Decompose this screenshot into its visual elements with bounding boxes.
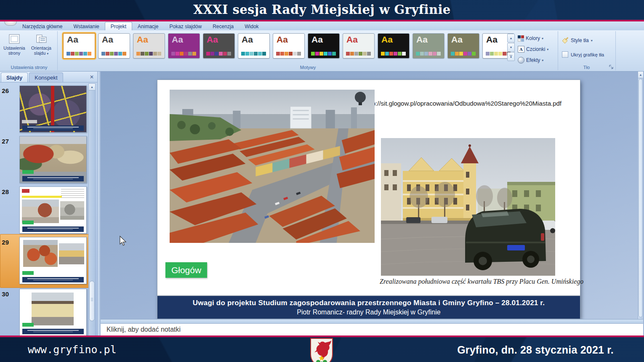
slides-pane: Slajdy Konspekt ✕ 26 27 28: [0, 72, 97, 337]
hide-background-graphics-row[interactable]: Ukryj grafikę tła: [562, 51, 604, 58]
colors-label: Kolory: [526, 35, 540, 41]
photo-caption[interactable]: Zrealizowana południowa część kwartału T…: [380, 278, 567, 285]
slide-number: 28: [0, 188, 9, 195]
theme-tile-3[interactable]: Aa: [133, 33, 165, 59]
theme-colors-button[interactable]: Kolory ▾: [518, 33, 556, 44]
theme-fonts-button[interactable]: A Czcionki ▾: [518, 44, 556, 55]
themes-scroll-up-button[interactable]: ▲: [507, 34, 515, 43]
theme-swatches: [381, 52, 406, 56]
editor-scroll-up-icon[interactable]: ▲: [638, 72, 643, 78]
pane-scrollbar[interactable]: ▲: [88, 83, 96, 336]
pane-splitter[interactable]: [97, 72, 101, 337]
slide-thumbnail-28[interactable]: [19, 186, 87, 234]
ribbon: Ustawienia strony Orientacja slajdu ▾ Us…: [0, 30, 644, 72]
effects-icon: [518, 57, 524, 64]
slide-footer-bar[interactable]: Uwagi do projektu Studium zagospodarowan…: [157, 295, 580, 319]
slide-thumbnail-row-26: 26: [0, 85, 97, 132]
theme-tile-6[interactable]: Aa: [238, 33, 270, 59]
slide-thumbnail-27[interactable]: [19, 136, 87, 183]
theme-effects-button[interactable]: Efekty ▾: [518, 55, 556, 66]
dropdown-arrow-icon: ▾: [542, 59, 543, 62]
dropdown-arrow-icon: ▾: [591, 39, 593, 43]
theme-tile-11[interactable]: Aa: [412, 33, 444, 59]
slide-canvas[interactable]: http://sit.glogow.pl/opracowania/Odbudow…: [157, 80, 580, 319]
hide-background-graphics-label: Ukryj grafikę tła: [571, 52, 604, 57]
theme-tile-9[interactable]: Aa: [343, 33, 375, 59]
tab-narzedzia-glowne[interactable]: Narzędzia główne: [17, 22, 68, 30]
aerial-photo-glogow[interactable]: [170, 90, 375, 243]
fonts-icon: A: [518, 46, 524, 53]
theme-swatches: [206, 52, 231, 56]
screen: Narzędzia główne Wstawianie Projekt Anim…: [0, 0, 644, 362]
thumbnail-map-label: [22, 120, 37, 123]
background-dialog-launcher-icon[interactable]: [609, 64, 614, 69]
theme-swatches: [171, 52, 196, 56]
city-label[interactable]: Głogów: [165, 262, 207, 278]
tab-konspekt[interactable]: Konspekt: [29, 72, 63, 82]
slide-number: 30: [0, 290, 9, 298]
slide-editor[interactable]: http://sit.glogow.pl/opracowania/Odbudow…: [101, 72, 638, 319]
theme-sample-text: Aa: [67, 35, 78, 45]
group-page-setup: Ustawienia strony Orientacja slajdu ▾ Us…: [1, 31, 58, 70]
themes-gallery-expand-button[interactable]: ▼: [507, 52, 515, 61]
slide-thumbnail-30[interactable]: [19, 289, 87, 336]
theme-tile-1[interactable]: Aa: [63, 33, 96, 59]
thumbnail-highlight-bar: [22, 196, 62, 198]
background-styles-label: Style tła: [571, 37, 589, 43]
hide-background-graphics-checkbox[interactable]: [562, 51, 568, 58]
slide-thumbnail-29-selected[interactable]: [19, 237, 87, 284]
expand-gallery-icon: ▼: [510, 55, 513, 59]
theme-tile-8[interactable]: Aa: [308, 33, 340, 59]
tab-projekt[interactable]: Projekt: [105, 22, 132, 30]
theme-tile-12[interactable]: Aa: [447, 33, 479, 59]
thumbnail-city-chip: [22, 170, 34, 174]
theme-tile-7[interactable]: Aa: [273, 33, 305, 59]
slide-number: 29: [0, 239, 9, 246]
dropdown-arrow-icon: ▾: [547, 48, 548, 51]
theme-sample-text: Aa: [451, 35, 463, 45]
slide-thumbnail-26[interactable]: [19, 85, 87, 133]
slide-number: 27: [0, 138, 9, 145]
editor-scrollbar[interactable]: ▲: [638, 72, 643, 319]
theme-sample-text: Aa: [277, 35, 288, 45]
theme-sample-text: Aa: [486, 35, 498, 45]
arrow-down-icon: ▼: [510, 46, 513, 49]
background-styles-button[interactable]: Style tła ▾: [561, 37, 593, 44]
pane-scroll-up-icon[interactable]: ▲: [89, 84, 95, 90]
notes-area[interactable]: Kliknij, aby dodać notatki: [101, 323, 643, 337]
tab-wstawianie[interactable]: Wstawianie: [68, 22, 104, 30]
thumbnail-text-block: [61, 189, 84, 199]
group-themes: Aa Aa Aa Aa Aa Aa Aa Aa Aa Aa Aa Aa Aa ▲…: [58, 31, 558, 70]
thumbnail-photo: [32, 293, 74, 325]
tab-recenzja[interactable]: Recenzja: [207, 22, 239, 30]
gryfino-coat-of-arms: [310, 338, 334, 362]
group-label-themes: Motywy: [58, 65, 558, 70]
theme-tile-4[interactable]: Aa: [168, 33, 200, 59]
slide-footer-author: Piotr Romanicz- radny Rady Miejskiej w G…: [157, 309, 580, 316]
close-pane-icon[interactable]: ✕: [90, 75, 94, 80]
pane-scrollbar-thumb[interactable]: [89, 281, 95, 321]
tab-pokaz-slajdow[interactable]: Pokaz slajdów: [164, 22, 207, 30]
group-label-page-setup: Ustawienia strony: [1, 65, 57, 70]
colors-icon: [518, 35, 524, 42]
tab-widok[interactable]: Widok: [239, 22, 264, 30]
themes-scroll-down-button[interactable]: ▼: [507, 43, 515, 52]
office-button[interactable]: [4, 21, 17, 26]
group-background: Style tła ▾ Ukryj grafikę tła Tło: [558, 31, 616, 70]
theme-tile-5[interactable]: Aa: [203, 33, 235, 59]
themes-gallery-scroll: ▲ ▼ ▼: [507, 34, 515, 61]
editor-scrollbar-thumb[interactable]: [639, 79, 643, 317]
stream-footer-bar: www.gryfino.pl Gryfino, dn. 28 stycznia …: [0, 335, 644, 362]
theme-swatches: [101, 52, 126, 56]
session-date-text: Gryfino, dn. 28 stycznia 2021 r.: [457, 344, 614, 356]
slide-thumbnail-row-30: 30: [0, 289, 97, 335]
theme-tile-2[interactable]: Aa: [98, 33, 130, 59]
street-photo-tbs-quarter[interactable]: [381, 138, 555, 276]
source-url-text[interactable]: http://sit.glogow.pl/opracowania/Odbudow…: [365, 100, 562, 107]
notes-splitter[interactable]: [101, 319, 643, 323]
theme-tile-10[interactable]: Aa: [378, 33, 410, 59]
thumbnail-photo-left: [22, 200, 59, 223]
tab-animacje[interactable]: Animacje: [132, 22, 164, 30]
tab-slajdy[interactable]: Slajdy: [1, 72, 28, 82]
website-text: www.gryfino.pl: [28, 343, 117, 356]
